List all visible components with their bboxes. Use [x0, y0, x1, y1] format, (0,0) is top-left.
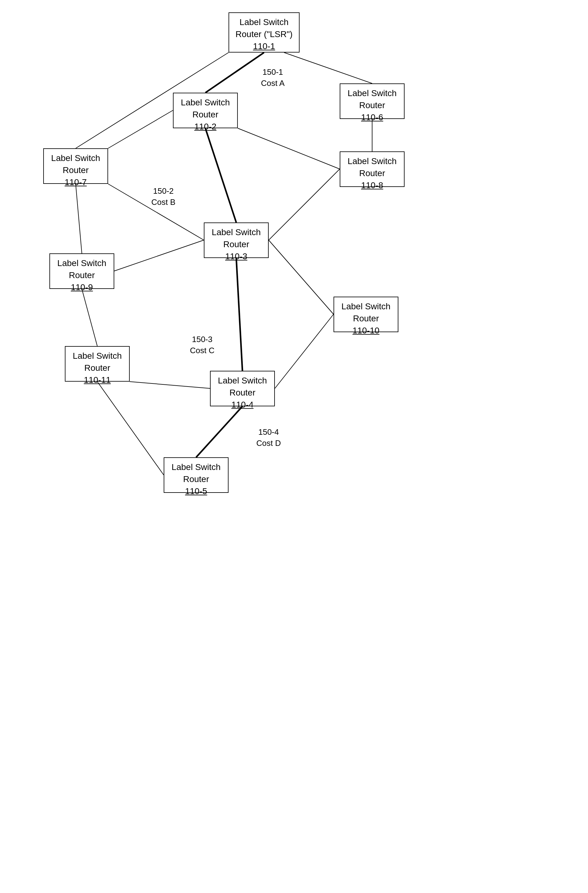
- edge-label-150-4: 150-4Cost D: [256, 426, 281, 449]
- router-110-6: Label SwitchRouter 110-6: [340, 83, 405, 119]
- svg-line-14: [275, 314, 333, 388]
- router-110-2-label: Label SwitchRouter: [178, 96, 233, 120]
- router-110-6-id: 110-6: [345, 111, 400, 123]
- router-110-5-id: 110-5: [169, 485, 224, 497]
- router-110-7: Label SwitchRouter 110-7: [43, 148, 108, 184]
- edge-label-150-3: 150-3Cost C: [190, 334, 214, 356]
- router-110-1-label: Label SwitchRouter ("LSR"): [234, 16, 295, 40]
- router-110-7-id: 110-7: [48, 176, 103, 188]
- router-110-10: Label SwitchRouter 110-10: [333, 297, 398, 332]
- svg-line-1: [284, 53, 372, 83]
- router-110-8-label: Label SwitchRouter: [345, 155, 400, 179]
- router-110-7-label: Label SwitchRouter: [48, 152, 103, 176]
- svg-line-15: [130, 382, 210, 388]
- svg-line-0: [206, 53, 264, 93]
- edge-label-150-1: 150-1Cost A: [261, 66, 285, 89]
- router-110-6-label: Label SwitchRouter: [345, 87, 400, 111]
- router-110-4-id: 110-4: [215, 398, 270, 410]
- svg-line-12: [236, 258, 242, 371]
- router-110-3-label: Label SwitchRouter: [209, 226, 264, 250]
- router-110-8-id: 110-8: [345, 179, 400, 191]
- router-110-11-label: Label SwitchRouter: [70, 350, 125, 374]
- svg-line-11: [268, 240, 333, 314]
- svg-line-5: [238, 128, 340, 169]
- svg-line-4: [206, 128, 236, 222]
- router-110-5: Label SwitchRouter 110-5: [164, 457, 228, 493]
- router-110-9-label: Label SwitchRouter: [54, 257, 110, 281]
- svg-line-10: [114, 240, 204, 271]
- router-110-2-id: 110-2: [178, 120, 233, 132]
- router-110-10-label: Label SwitchRouter: [339, 300, 393, 325]
- router-110-4-label: Label SwitchRouter: [215, 374, 270, 398]
- svg-line-7: [76, 184, 82, 253]
- svg-line-9: [268, 169, 340, 240]
- diagram-container: Label SwitchRouter ("LSR") 110-1 Label S…: [0, 0, 588, 893]
- router-110-4: Label SwitchRouter 110-4: [210, 371, 275, 406]
- router-110-1-id: 110-1: [234, 40, 295, 52]
- router-110-9: Label SwitchRouter 110-9: [50, 253, 114, 289]
- router-110-3-id: 110-3: [209, 250, 264, 262]
- svg-line-17: [97, 382, 164, 475]
- router-110-2: Label SwitchRouter 110-2: [173, 93, 238, 128]
- router-110-1: Label SwitchRouter ("LSR") 110-1: [228, 12, 300, 53]
- router-110-8: Label SwitchRouter 110-8: [340, 152, 405, 187]
- router-110-11-id: 110-11: [70, 374, 125, 386]
- router-110-3: Label SwitchRouter 110-3: [204, 222, 268, 258]
- router-110-11: Label SwitchRouter 110-11: [65, 346, 130, 382]
- connection-lines: [0, 0, 588, 893]
- svg-line-13: [82, 289, 97, 346]
- router-110-5-label: Label SwitchRouter: [169, 461, 224, 485]
- edge-label-150-2: 150-2Cost B: [152, 185, 176, 208]
- router-110-9-id: 110-9: [54, 281, 110, 293]
- svg-line-16: [196, 406, 242, 457]
- svg-line-3: [108, 110, 173, 148]
- router-110-10-id: 110-10: [339, 325, 393, 337]
